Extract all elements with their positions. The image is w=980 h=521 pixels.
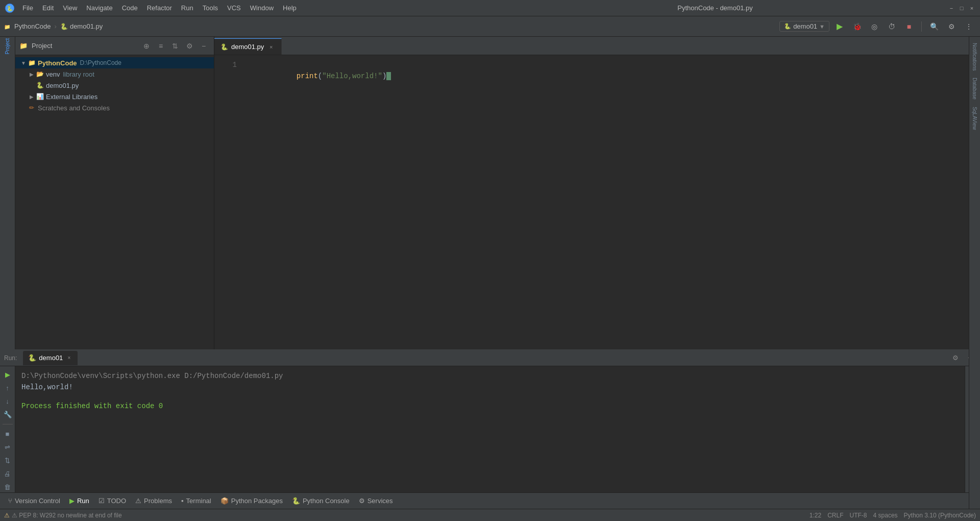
- maximize-button[interactable]: □: [958, 4, 966, 12]
- run-stop-button[interactable]: ■: [1, 429, 14, 440]
- status-python[interactable]: Python 3.10 (PythonCode): [904, 512, 976, 519]
- close-button[interactable]: ×: [968, 4, 976, 12]
- menu-run[interactable]: Run: [177, 2, 198, 14]
- bottombar-terminal[interactable]: ▪ Terminal: [177, 494, 215, 508]
- status-warning-item[interactable]: ⚠ ⚠ PEP 8: W292 no newline at end of fil…: [4, 512, 122, 519]
- status-encoding[interactable]: UTF-8: [850, 512, 867, 519]
- bottombar-python-console[interactable]: 🐍 Python Console: [288, 494, 354, 508]
- text-cursor: [386, 72, 390, 80]
- run-icon-strip: ▶: [69, 497, 75, 505]
- run-play-button[interactable]: ▶: [1, 369, 14, 381]
- svg-text:🐍: 🐍: [7, 5, 13, 12]
- run-config-selector[interactable]: 🐍 demo01 ▼: [779, 21, 829, 32]
- project-icon[interactable]: Project: [1, 40, 14, 53]
- bottombar-version-control[interactable]: ⑂ Version Control: [4, 494, 64, 508]
- menu-view[interactable]: View: [59, 2, 81, 14]
- run-print-button[interactable]: 🖨: [1, 468, 14, 479]
- bottom-panel: Run: 🐍 demo01 × ⚙ − ▶ ↑ ↓ 🔧 ■ ⇌ ⇅ 🖨: [0, 349, 980, 492]
- tab-close-button[interactable]: ×: [267, 43, 275, 51]
- run-trash-button[interactable]: 🗑: [1, 481, 14, 492]
- line-numbers: 1: [214, 55, 239, 349]
- code-editor[interactable]: 1 print("Hello,world!"): [214, 55, 980, 349]
- menu-bar: File Edit View Navigate Code Refactor Ru…: [18, 2, 483, 14]
- todo-label: TODO: [107, 497, 126, 505]
- tab-label: demo01.py: [231, 43, 264, 51]
- panel-sort-button[interactable]: ⇅: [169, 40, 181, 52]
- run-wrench-button[interactable]: 🔧: [1, 409, 14, 420]
- tree-demo01[interactable]: 🐍 demo01.py: [15, 80, 214, 91]
- settings-button[interactable]: ⚙: [944, 19, 959, 34]
- bottombar-problems[interactable]: ⚠ Problems: [131, 494, 176, 508]
- bottom-settings-button[interactable]: ⚙: [949, 352, 962, 364]
- editor-tabs: 🐍 demo01.py × ⋮: [214, 37, 980, 55]
- code-paren-open: (: [318, 72, 322, 80]
- code-content[interactable]: print("Hello,world!"): [239, 55, 980, 349]
- bottom-toolbar-strip: ⑂ Version Control ▶ Run ☑ TODO ⚠ Problem…: [0, 492, 980, 509]
- run-wrap-button[interactable]: ⇌: [1, 442, 14, 453]
- tree-root[interactable]: ▼ 📁 PythonCode D:\PythonCode: [15, 57, 214, 68]
- tree-venv-sublabel: library root: [63, 70, 94, 78]
- menu-edit[interactable]: Edit: [38, 2, 58, 14]
- status-crlf[interactable]: CRLF: [827, 512, 843, 519]
- run-tab-close[interactable]: ×: [65, 354, 72, 362]
- run-scroll-up-button[interactable]: ↑: [1, 383, 14, 394]
- database-panel[interactable]: Database: [971, 75, 978, 103]
- bottom-tab-run[interactable]: 🐍 demo01 ×: [23, 351, 78, 365]
- breadcrumb-project[interactable]: PythonCode: [14, 22, 51, 30]
- menu-refactor[interactable]: Refactor: [143, 2, 176, 14]
- bottombar-packages[interactable]: 📦 Python Packages: [216, 494, 287, 508]
- tree-external-libs[interactable]: ▶ 📊 External Libraries: [15, 91, 214, 102]
- more-button[interactable]: ⋮: [962, 19, 976, 34]
- panel-minimize-button[interactable]: −: [198, 40, 210, 52]
- menu-navigate[interactable]: Navigate: [82, 2, 116, 14]
- menu-window[interactable]: Window: [246, 2, 278, 14]
- menu-file[interactable]: File: [18, 2, 37, 14]
- tree-venv-arrow[interactable]: ▶: [28, 70, 36, 78]
- menu-help[interactable]: Help: [279, 2, 301, 14]
- tree-scratch-label: Scratches and Consoles: [38, 104, 110, 112]
- services-icon: ⚙: [359, 497, 365, 505]
- run-scroll-down-button[interactable]: ↓: [1, 396, 14, 407]
- debug-button[interactable]: 🐞: [850, 19, 864, 34]
- panel-settings-button[interactable]: ⚙: [183, 40, 195, 52]
- profile-button[interactable]: ⏱: [885, 19, 899, 34]
- breadcrumb-separator: ›: [55, 22, 57, 30]
- tree-ext-label: External Libraries: [46, 93, 97, 101]
- run-sort-button[interactable]: ⇅: [1, 455, 14, 466]
- status-indent[interactable]: 4 spaces: [873, 512, 898, 519]
- coverage-button[interactable]: ◎: [867, 19, 881, 34]
- libs-icon: 📊: [36, 92, 44, 101]
- panel-locate-button[interactable]: ⊕: [140, 40, 153, 52]
- app-icon: 🐍: [4, 3, 15, 14]
- run-button[interactable]: ▶: [832, 19, 847, 34]
- bottombar-services[interactable]: ⚙ Services: [355, 494, 397, 508]
- tree-venv[interactable]: ▶ 📂 venv library root: [15, 68, 214, 80]
- run-panel: ▶ ↑ ↓ 🔧 ■ ⇌ ⇅ 🖨 🗑 D:\PythonCode\venv\Scr…: [0, 366, 980, 492]
- tree-expand-arrow[interactable]: ▼: [19, 59, 28, 67]
- breadcrumb-file[interactable]: demo01.py: [70, 22, 103, 30]
- notifications-panel[interactable]: Notifications: [971, 40, 978, 74]
- scratch-icon: ✏: [28, 104, 36, 112]
- run-output-line: Hello,world!: [21, 382, 959, 393]
- tree-scratches[interactable]: ✏ Scratches and Consoles: [15, 102, 214, 113]
- panel-collapse-button[interactable]: ≡: [155, 40, 167, 52]
- code-line-1: print("Hello,world!"): [245, 59, 974, 70]
- minimize-button[interactable]: −: [947, 4, 955, 12]
- code-keyword-print: print: [297, 72, 318, 80]
- stop-button[interactable]: ■: [902, 19, 916, 34]
- status-position[interactable]: 1:22: [810, 512, 821, 519]
- editor-tab-demo01[interactable]: 🐍 demo01.py ×: [214, 38, 282, 55]
- tree-ext-arrow[interactable]: ▶: [28, 92, 36, 101]
- search-button[interactable]: 🔍: [927, 19, 941, 34]
- file-tree: ▼ 📁 PythonCode D:\PythonCode ▶ 📂 venv li…: [15, 55, 214, 349]
- sqlaview-panel[interactable]: SqLAView: [971, 104, 978, 133]
- menu-tools[interactable]: Tools: [199, 2, 222, 14]
- todo-icon: ☑: [99, 497, 105, 505]
- line-number-1: 1: [216, 59, 237, 70]
- menu-code[interactable]: Code: [118, 2, 142, 14]
- run-label: Run:: [4, 354, 21, 362]
- bottombar-run[interactable]: ▶ Run: [65, 494, 93, 508]
- tree-venv-label: venv: [46, 70, 60, 78]
- bottombar-todo[interactable]: ☑ TODO: [94, 494, 130, 508]
- menu-vcs[interactable]: VCS: [223, 2, 245, 14]
